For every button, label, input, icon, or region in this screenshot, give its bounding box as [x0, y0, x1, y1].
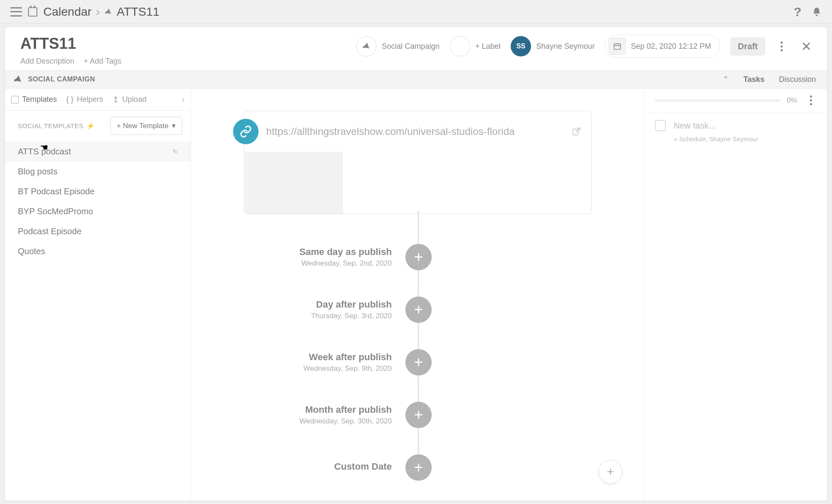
svg-rect-0 [614, 44, 621, 49]
new-task-input[interactable]: New task... [674, 121, 716, 131]
close-button[interactable]: ✕ [798, 39, 815, 54]
project-type-pill[interactable]: Social Campaign [356, 36, 439, 56]
template-item[interactable]: Quotes [5, 241, 191, 261]
svg-rect-2 [573, 129, 578, 135]
tab-tasks[interactable]: Tasks [743, 75, 765, 84]
slot-title: Day after publish [244, 299, 392, 310]
status-badge[interactable]: Draft [730, 37, 765, 56]
schedule-date-pill[interactable]: Sep 02, 2020 12:12 PM [605, 35, 720, 58]
slot-title: Week after publish [244, 352, 392, 363]
megaphone-icon [11, 73, 25, 86]
slot-date: Wednesday, Sep. 2nd, 2020 [244, 259, 392, 268]
task-owner[interactable]: Shayne Seymour [709, 135, 758, 143]
calendar-icon [28, 7, 37, 17]
upload-icon: ↥ [112, 95, 119, 104]
calendar-icon [609, 38, 626, 55]
attachment-url: https://allthingstravelshow.com/universa… [266, 126, 564, 137]
add-label-pill[interactable]: + Label [450, 36, 501, 56]
slot-title: Month after publish [244, 404, 392, 415]
chevron-right-icon: › [96, 5, 100, 19]
breadcrumb-root[interactable]: Calendar [43, 5, 92, 19]
project-type-label: Social Campaign [382, 42, 439, 51]
add-description-link[interactable]: Add Description [20, 57, 74, 66]
avatar: SS [511, 36, 531, 56]
more-menu-button[interactable] [776, 42, 787, 51]
add-slot-button[interactable]: + [405, 454, 432, 481]
schedule-date-text: Sep 02, 2020 12:12 PM [631, 42, 711, 51]
task-schedule-link[interactable]: + Schedule, [674, 135, 708, 143]
template-item[interactable]: BT Podcast Episode [5, 182, 191, 202]
megaphone-icon [103, 6, 114, 17]
link-icon [233, 119, 259, 144]
section-title: SOCIAL CAMPAIGN [28, 76, 95, 83]
add-slot-button[interactable]: + [405, 402, 432, 428]
task-progress-bar [655, 99, 781, 102]
pencil-icon[interactable]: ✎ [172, 148, 178, 156]
tab-upload[interactable]: ↥ Upload [112, 95, 146, 104]
bell-icon[interactable] [812, 7, 822, 17]
slot-title: Same day as publish [244, 246, 392, 258]
collapse-panel-icon[interactable]: ‹ [182, 95, 185, 104]
owner-pill[interactable]: SS Shayne Seymour [511, 36, 595, 56]
template-item[interactable]: Blog posts [5, 162, 191, 182]
floating-add-button[interactable]: + [599, 460, 622, 484]
slot-date: Wednesday, Sep. 30th, 2020 [244, 417, 392, 426]
caret-down-icon: ▾ [172, 121, 176, 130]
breadcrumb: Calendar › ATTS11 [43, 5, 160, 19]
label-icon [450, 36, 470, 56]
breadcrumb-current[interactable]: ATTS11 [117, 5, 160, 19]
hamburger-menu[interactable] [10, 7, 22, 17]
grid-icon [11, 96, 19, 104]
open-external-icon[interactable] [572, 127, 581, 136]
tasks-more-menu[interactable] [805, 95, 817, 105]
owner-name: Shayne Seymour [536, 42, 595, 51]
add-slot-button[interactable]: + [405, 349, 432, 375]
attachment-card[interactable]: https://allthingstravelshow.com/universa… [244, 111, 592, 214]
tab-discussion[interactable]: Discussion [779, 75, 816, 84]
megaphone-icon [356, 36, 377, 56]
bolt-icon: ⚡ [87, 122, 95, 130]
add-slot-button[interactable]: + [405, 244, 432, 270]
tab-templates[interactable]: Templates [11, 95, 57, 104]
preview-thumbnail [245, 152, 343, 214]
task-progress-percent: 0% [787, 96, 797, 105]
add-slot-button[interactable]: + [405, 297, 432, 323]
social-templates-heading: SOCIAL TEMPLATES [18, 122, 83, 129]
slot-title: Custom Date [244, 461, 392, 472]
template-item[interactable]: Podcast Episode [5, 221, 191, 241]
page-title[interactable]: ATTS11 [20, 35, 121, 53]
slot-date: Thursday, Sep. 3rd, 2020 [244, 312, 392, 320]
collapse-icon[interactable]: ⌃ [722, 75, 729, 84]
template-item[interactable]: ATTS podcast ✎ [5, 142, 191, 162]
slot-date: Wednesday, Sep. 9th, 2020 [244, 364, 392, 373]
help-icon[interactable]: ? [794, 5, 801, 19]
new-template-button[interactable]: + New Template ▾ [110, 117, 182, 135]
template-item[interactable]: BYP SocMedPromo [5, 202, 191, 221]
task-checkbox[interactable] [655, 120, 666, 131]
braces-icon: { } [66, 95, 73, 104]
tab-helpers[interactable]: { } Helpers [66, 95, 103, 104]
add-tags-link[interactable]: + Add Tags [84, 57, 121, 66]
